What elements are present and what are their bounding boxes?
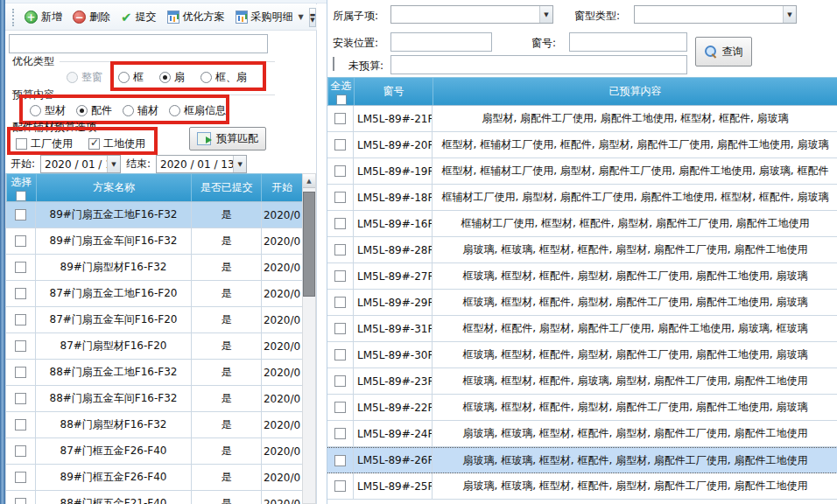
window-table-row[interactable]: LM5L-89#-16F15 框辅材工厂使用, 框型材, 框配件, 扇型材, 扇… xyxy=(327,211,837,237)
window-table-row[interactable]: LM5L-89#-19F17 框型材, 框辅材工厂使用, 扇型材, 扇配件工厂使… xyxy=(327,158,837,185)
add-button[interactable]: + 新增 xyxy=(19,8,67,26)
row-checkbox[interactable] xyxy=(334,192,346,203)
no-budget-checkbox[interactable] xyxy=(333,57,334,71)
budgeted-content-column-header[interactable]: 已预算内容 xyxy=(433,78,837,105)
select-column-header[interactable]: 选择 xyxy=(7,174,37,201)
row-checkbox[interactable] xyxy=(334,218,346,229)
optimize-plan-button[interactable]: 优化方案 xyxy=(162,8,230,26)
radio-option[interactable]: 配件 xyxy=(76,103,112,118)
plan-table-scrollbar[interactable]: ▲ xyxy=(302,173,316,504)
purchase-detail-button[interactable]: 采购明细 ▼ xyxy=(230,8,309,26)
select-all-column-header[interactable]: 全选 xyxy=(328,78,355,105)
plan-table-row[interactable]: 89#门框五金F26-F40 是 2020/0 xyxy=(6,465,303,491)
window-table-row[interactable]: LM5L-89#-26F24 扇玻璃, 框玻璃, 框型材, 框配件, 扇型材, … xyxy=(327,447,837,473)
checkbox-option[interactable]: 工厂使用 xyxy=(16,136,73,151)
plan-name-column-header[interactable]: 方案名称 xyxy=(37,174,192,201)
plan-table-row[interactable]: 87#门框五金F26-F40 是 2020/0 xyxy=(6,438,303,465)
end-date-picker[interactable]: 2020 / 01 / 13 ▼ xyxy=(156,155,247,173)
window-table-row[interactable]: LM5L-89#-29F27 框玻璃, 框型材, 框配件, 扇型材, 扇配件工厂… xyxy=(327,290,837,316)
install-position-input[interactable] xyxy=(390,32,492,52)
plan-table-row[interactable]: 88#门扇五金车间F16-F32 是 2020/0 xyxy=(6,386,303,412)
row-checkbox[interactable] xyxy=(15,367,26,378)
select-all-checkbox[interactable] xyxy=(16,191,26,201)
chevron-down-icon[interactable]: ▼ xyxy=(107,156,120,172)
row-checkbox[interactable] xyxy=(334,428,346,439)
row-checkbox[interactable] xyxy=(334,270,346,282)
window-table-row[interactable]: LM5L-89#-21F19 扇型材, 扇配件工厂使用, 扇配件工地使用, 框型… xyxy=(327,106,837,132)
row-checkbox[interactable] xyxy=(334,165,346,177)
sub-item-select[interactable]: ▼ xyxy=(390,5,553,24)
window-table-row[interactable]: LM5L-89#-25F23 扇玻璃, 框玻璃, 框型材, 框配件, 扇型材, … xyxy=(327,473,837,500)
budget-match-button[interactable]: 预算匹配 xyxy=(189,127,266,150)
chevron-down-icon[interactable]: ▼ xyxy=(783,6,796,23)
start-column-header[interactable]: 开始 xyxy=(262,174,302,201)
plan-table-row[interactable]: 87#门扇五金工地F16-F20 是 2020/0 xyxy=(6,281,303,307)
window-no-column-header[interactable]: 窗号 xyxy=(355,78,433,105)
radio-option[interactable]: 框、扇 xyxy=(200,70,247,85)
row-checkbox[interactable] xyxy=(334,455,346,466)
window-table-row[interactable]: LM5L-89#-20F18 框型材, 框辅材工厂使用, 框配件, 扇型材, 扇… xyxy=(327,132,837,158)
window-type-select[interactable]: ▼ xyxy=(634,5,797,24)
plan-table-row[interactable]: 89#门扇五金工地F16-F32 是 2020/0 xyxy=(6,202,303,228)
radio-icon xyxy=(76,105,88,116)
row-checkbox[interactable] xyxy=(15,262,26,273)
row-checkbox[interactable] xyxy=(334,113,346,124)
row-checkbox[interactable] xyxy=(334,375,346,387)
row-checkbox[interactable] xyxy=(15,393,26,404)
plan-table-row[interactable]: 88#门扇型材F16-F32 是 2020/0 xyxy=(6,412,303,438)
chevron-down-icon[interactable]: ▼ xyxy=(539,6,552,23)
row-checkbox[interactable] xyxy=(15,472,26,483)
checkbox-option[interactable]: 工地使用 xyxy=(88,136,145,151)
row-checkbox[interactable] xyxy=(15,419,26,430)
plan-filter-input[interactable] xyxy=(9,34,268,53)
radio-option[interactable]: 框扇信息 xyxy=(169,103,226,118)
submit-button[interactable]: ✔ 提交 xyxy=(116,8,162,26)
radio-option[interactable]: 整窗 xyxy=(67,70,102,85)
row-checkbox[interactable] xyxy=(15,314,26,326)
window-table-row[interactable]: LM5L-89#-28F26 扇玻璃, 框玻璃, 框型材, 框配件, 扇型材, … xyxy=(327,237,837,263)
start-date-cell: 2020/0 xyxy=(262,202,302,228)
plan-table-row[interactable]: 88#门扇五金工地F16-F32 是 2020/0 xyxy=(6,360,303,386)
plan-table-row[interactable]: 88#门框五金F21-F40 是 2020/0 xyxy=(6,491,303,504)
row-checkbox[interactable] xyxy=(334,480,346,492)
window-no-input[interactable] xyxy=(569,32,687,52)
plan-table-row[interactable]: 89#门扇五金车间F16-F32 是 2020/0 xyxy=(6,228,303,255)
radio-option[interactable]: 框 xyxy=(118,70,144,85)
row-checkbox[interactable] xyxy=(334,297,346,308)
row-checkbox[interactable] xyxy=(15,235,26,247)
select-all-checkbox[interactable] xyxy=(336,94,347,105)
chevron-down-icon[interactable]: ▼ xyxy=(233,156,246,172)
scroll-up-arrow-icon[interactable]: ▲ xyxy=(303,174,315,188)
query-button[interactable]: 查询 xyxy=(695,37,752,66)
row-checkbox[interactable] xyxy=(334,244,346,256)
row-checkbox[interactable] xyxy=(334,139,346,150)
scrollbar-thumb[interactable] xyxy=(303,192,315,297)
plan-table-row[interactable]: 87#门扇五金车间F16-F20 是 2020/0 xyxy=(6,307,303,333)
submitted-column-header[interactable]: 是否已提交 xyxy=(192,174,262,201)
toolbar-overflow-button[interactable]: ▬▼ xyxy=(309,8,317,27)
radio-option-label: 配件 xyxy=(91,103,112,118)
row-checkbox[interactable] xyxy=(334,349,346,360)
plan-table-row[interactable]: 89#门扇型材F16-F32 是 2020/0 xyxy=(6,255,303,281)
radio-option[interactable]: 扇 xyxy=(159,70,185,85)
plan-table-row[interactable]: 87#门扇型材F16-F20 是 2020/0 xyxy=(6,333,303,360)
window-table-row[interactable]: LM5L-89#-23F21 框玻璃, 框型材, 框配件, 扇玻璃, 扇型材, … xyxy=(327,368,837,395)
window-table-row[interactable]: LM5L-89#-27F25 框玻璃, 框型材, 框配件, 扇型材, 扇配件工厂… xyxy=(327,263,837,290)
window-table-row[interactable]: LM5L-89#-31F29 框型材, 框配件, 扇型材, 扇配件工厂使用, 扇… xyxy=(327,316,837,342)
no-budget-input[interactable] xyxy=(390,55,687,74)
row-checkbox[interactable] xyxy=(15,288,26,299)
row-checkbox[interactable] xyxy=(15,209,26,220)
row-checkbox[interactable] xyxy=(15,498,26,504)
row-checkbox[interactable] xyxy=(334,402,346,413)
window-table-row[interactable]: LM5L-89#-24F22 扇玻璃, 框玻璃, 框型材, 框配件, 扇型材, … xyxy=(327,421,837,447)
start-date-picker[interactable]: 2020 / 01 / 1 ▼ xyxy=(40,155,121,173)
row-checkbox[interactable] xyxy=(15,445,26,457)
delete-button[interactable]: − 删除 xyxy=(67,8,116,26)
radio-option[interactable]: 辅材 xyxy=(123,103,158,118)
row-checkbox[interactable] xyxy=(334,323,346,334)
row-checkbox[interactable] xyxy=(15,340,26,352)
window-table-row[interactable]: LM5L-89#-22F20 框玻璃, 框型材, 框配件, 扇型材, 扇配件工厂… xyxy=(327,395,837,421)
window-table-row[interactable]: LM5L-89#-18F16 框辅材工厂使用, 扇型材, 扇配件工厂使用, 扇配… xyxy=(327,185,837,211)
window-table-row[interactable]: LM5L-89#-30F28 框玻璃, 框型材, 框配件, 扇型材, 扇配件工厂… xyxy=(327,342,837,368)
radio-option[interactable]: 型材 xyxy=(30,103,66,118)
